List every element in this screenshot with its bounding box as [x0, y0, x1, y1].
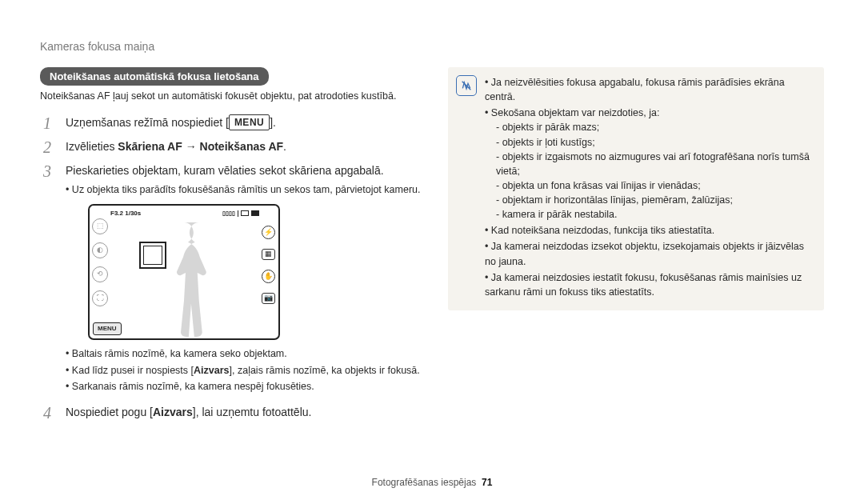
mode-icon: ◐: [92, 242, 108, 258]
note-bullet: Sekošana objektam var neizdoties, ja: ob…: [485, 106, 814, 222]
note-dash: objekts ir izgaismots no aizmugures vai …: [496, 150, 814, 178]
menu-button-overlay: MENU: [93, 322, 122, 335]
setting-icon: ▦: [262, 249, 275, 260]
step-3-body: Pieskarieties objektam, kuram vēlaties s…: [66, 162, 424, 396]
note-dash: objektam ir horizontālas līnijas, piemēr…: [496, 193, 814, 207]
step3-sub-bullet: Kad līdz pusei ir nospiests [Aizvars], z…: [66, 363, 424, 378]
left-side-icons: ⬚ ◐ ⟲ ⛶: [92, 218, 108, 306]
mode-icon: ⬚: [92, 218, 108, 234]
step-1-body: Uzņemšanas režīmā nospiediet [MENU].: [66, 114, 424, 132]
mode-icon: ⛶: [92, 290, 108, 306]
step3-sub-bullet: Baltais rāmis nozīmē, ka kamera seko obj…: [66, 346, 424, 362]
step-2-body: Izvēlieties Skāriena AF → Noteikšanas AF…: [66, 138, 424, 156]
note-bullet: Kad noteikšana neizdodas, funkcija tiks …: [485, 223, 814, 238]
section-header: Noteikšanas automātiskā fokusa lietošana: [40, 67, 269, 86]
breadcrumb: Kameras fokusa maiņa: [40, 40, 824, 53]
note-dash: kamera ir pārāk nestabila.: [496, 207, 814, 222]
menu-key-icon: MENU: [229, 114, 270, 130]
step-number: 2: [40, 138, 54, 156]
left-column: Noteikšanas automātiskā fokusa lietošana…: [40, 67, 424, 428]
top-status-icons: ▯▯▯▯: [222, 209, 259, 218]
camera-icon: 📷: [262, 293, 275, 304]
note-bullet: Ja kamerai neizdodas izsekot objektu, iz…: [485, 239, 814, 268]
step-4-body: Nospiediet pogu [Aizvars], lai uzņemtu f…: [66, 404, 424, 422]
step-number: 3: [40, 162, 54, 396]
page-footer: Fotografēšanas iespējas 71: [0, 477, 864, 488]
note-dash: objekts ir pārāk mazs;: [496, 120, 814, 134]
note-box: Ja neizvēlēsities fokusa apgabalu, fokus…: [448, 67, 824, 310]
person-silhouette-icon: [152, 220, 216, 338]
right-column: Ja neizvēlēsities fokusa apgabalu, fokus…: [448, 67, 824, 428]
camera-screen-illustration: F3.2 1/30s ▯▯▯▯ ⬚ ◐ ⟲: [88, 204, 280, 340]
focus-frame-icon: [139, 242, 166, 269]
step-number: 4: [40, 404, 54, 422]
flash-icon: ⚡: [262, 226, 275, 239]
step3-sub-bullet: Sarkanais rāmis nozīmē, ka kamera nespēj…: [66, 379, 424, 394]
stabilize-icon: ✋: [262, 270, 275, 283]
exposure-info: F3.2 1/30s: [110, 209, 141, 218]
step-number: 1: [40, 114, 54, 132]
mode-icon: ⟲: [92, 266, 108, 282]
note-dash: objekts ir ļoti kustīgs;: [496, 135, 814, 150]
note-bullet: Ja neizvēlēsities fokusa apgabalu, fokus…: [485, 75, 814, 104]
step3-sub-bullet: Uz objekta tiks parādīts fokusēšanās rām…: [66, 182, 424, 198]
right-side-icons: ⚡ ▦ ✋ 📷: [262, 226, 275, 304]
intro-text: Noteikšanas AF ļauj sekot un automātiski…: [40, 90, 424, 102]
note-info-icon: [456, 75, 477, 96]
note-dash: objekta un fona krāsas vai līnijas ir vi…: [496, 178, 814, 193]
note-bullet: Ja kamerai neizdosies iestatīt fokusu, f…: [485, 270, 814, 299]
